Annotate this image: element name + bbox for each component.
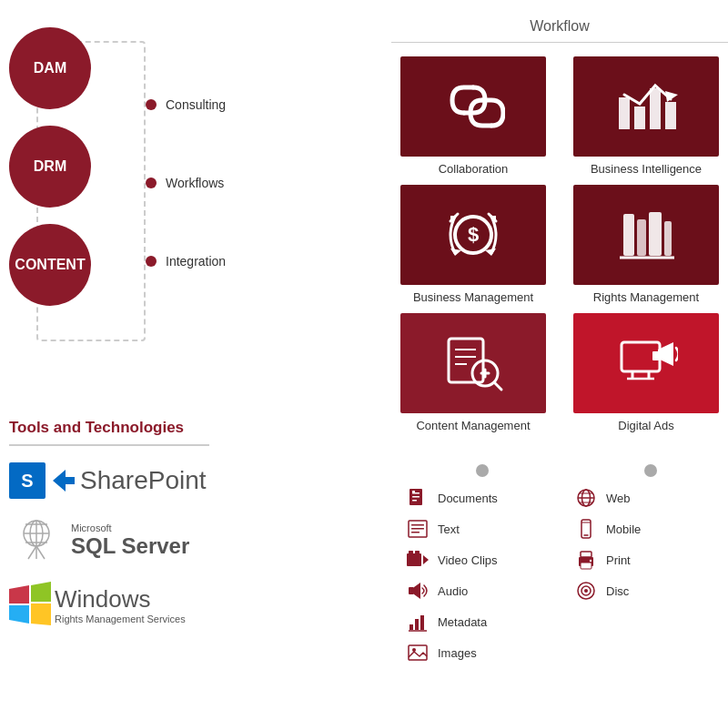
- workflow-divider: [391, 42, 728, 43]
- svg-rect-73: [581, 552, 592, 557]
- label-bi: Business Intelligence: [591, 162, 702, 176]
- svg-rect-47: [412, 491, 415, 493]
- item-audio: Audio: [405, 581, 468, 601]
- item-web: Web: [573, 488, 631, 508]
- connector-consulting: Consulting: [146, 97, 226, 112]
- icon-box-bm: $: [400, 185, 546, 285]
- svg-marker-57: [414, 583, 420, 599]
- mobile-icon: [573, 519, 599, 539]
- circle-content: CONTENT: [9, 224, 91, 306]
- svg-rect-28: [664, 221, 672, 256]
- tools-section: Tools and Technologies S SharePoint: [9, 419, 282, 627]
- svg-rect-42: [652, 351, 660, 360]
- svg-rect-51: [411, 532, 420, 533]
- icon-box-collaboration: [400, 56, 546, 157]
- label-integration: Integration: [166, 254, 226, 269]
- svg-rect-26: [637, 219, 646, 256]
- dot-consulting: [146, 99, 157, 110]
- label-cm: Content Management: [416, 419, 530, 432]
- svg-marker-18: [665, 91, 678, 102]
- svg-rect-58: [410, 624, 413, 630]
- bottom-section: Documents Text: [391, 464, 728, 674]
- label-rm: Rights Management: [593, 290, 699, 304]
- collaboration-icon: [441, 75, 505, 138]
- metadata-icon: [405, 612, 430, 632]
- icon-box-bi: [573, 56, 719, 157]
- windows-logo: Windows Rights Management Services: [9, 582, 282, 627]
- right-panel: Workflow Collaboration: [391, 18, 728, 441]
- sqlserver-icon: [9, 515, 64, 565]
- digital-col: Web Mobile Prin: [560, 464, 728, 674]
- item-metadata: Metadata: [405, 612, 487, 632]
- svg-marker-10: [9, 585, 29, 604]
- svg-rect-55: [415, 551, 420, 553]
- label-web: Web: [606, 492, 631, 505]
- disc-icon: [573, 581, 599, 601]
- sharepoint-arrow-icon: [53, 462, 75, 499]
- svg-rect-14: [619, 97, 630, 129]
- cm-icon: [441, 331, 505, 395]
- label-collaboration: Collaboration: [439, 162, 509, 176]
- sqlserver-text-group: Microsoft SQL Server: [71, 522, 189, 559]
- svg-rect-17: [665, 102, 676, 129]
- svg-point-75: [590, 560, 592, 562]
- svg-text:$: $: [468, 223, 479, 246]
- item-mobile: Mobile: [573, 519, 641, 539]
- label-bm: Business Management: [413, 290, 533, 304]
- card-business-management: $ Business Management: [391, 185, 555, 304]
- label-da: Digital Ads: [618, 419, 673, 432]
- svg-rect-27: [649, 212, 662, 256]
- item-disc: Disc: [573, 581, 629, 601]
- circle-drm: DRM: [9, 126, 91, 208]
- content-dot-row: [405, 464, 560, 477]
- sharepoint-icon: S: [9, 462, 46, 499]
- workflow-title: Workflow: [391, 18, 728, 35]
- windows-text-group: Windows Rights Management Services: [55, 585, 186, 624]
- svg-line-9: [36, 546, 45, 559]
- audio-icon: [405, 581, 430, 601]
- svg-rect-16: [650, 88, 661, 129]
- svg-rect-52: [407, 553, 421, 566]
- svg-line-35: [494, 382, 501, 390]
- sharepoint-text: SharePoint: [80, 466, 207, 495]
- card-content-management: Content Management: [391, 313, 555, 432]
- label-video-clips: Video Clips: [438, 553, 498, 567]
- item-video-clips: Video Clips: [405, 550, 498, 570]
- item-print: Print: [573, 550, 631, 570]
- connector-integration: Integration: [146, 254, 226, 269]
- svg-rect-56: [409, 587, 414, 594]
- svg-marker-13: [31, 604, 51, 625]
- card-digital-ads: Digital Ads: [564, 313, 728, 432]
- digital-dot-row: [573, 464, 728, 477]
- icon-box-cm: [400, 313, 546, 413]
- tools-divider: [9, 444, 209, 446]
- sqlserver-main-text: SQL Server: [71, 533, 189, 559]
- images-icon: [405, 643, 430, 663]
- label-mobile: Mobile: [606, 522, 641, 536]
- card-rights-management: Rights Management: [564, 185, 728, 304]
- print-icon: [573, 550, 599, 570]
- sqlserver-svg: [12, 515, 62, 565]
- tools-title: Tools and Technologies: [9, 419, 282, 437]
- dot-integration: [146, 256, 157, 267]
- label-audio: Audio: [438, 584, 468, 598]
- label-workflows: Workflows: [166, 176, 224, 190]
- sqlserver-logo: Microsoft SQL Server: [9, 515, 282, 565]
- da-icon: [614, 331, 678, 395]
- card-collaboration: Collaboration: [391, 56, 555, 176]
- label-text: Text: [438, 522, 460, 536]
- svg-rect-59: [415, 619, 419, 630]
- windows-icon: [9, 582, 55, 627]
- windows-main-text: Windows: [55, 585, 186, 614]
- svg-rect-50: [411, 528, 424, 530]
- label-documents: Documents: [438, 492, 498, 505]
- label-disc: Disc: [606, 584, 629, 598]
- bi-icon: [614, 75, 678, 138]
- label-metadata: Metadata: [438, 615, 487, 629]
- item-images: Images: [405, 643, 477, 663]
- svg-rect-25: [623, 214, 634, 256]
- microsoft-text: Microsoft: [71, 522, 189, 533]
- rm-icon: [614, 203, 678, 267]
- circles-container: DAM DRM CONTENT Consulting Workflows Int…: [9, 27, 300, 306]
- digital-dot: [644, 464, 657, 477]
